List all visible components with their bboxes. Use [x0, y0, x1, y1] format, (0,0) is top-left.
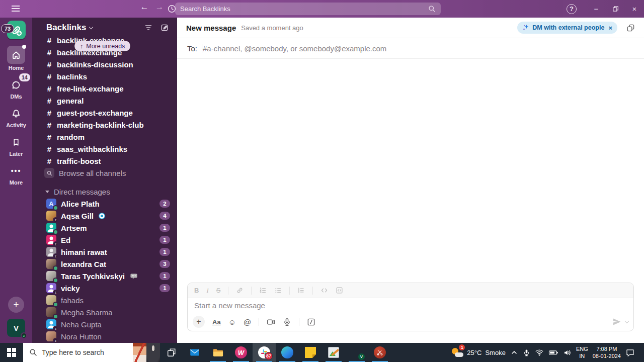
tray-expand-icon[interactable] [510, 348, 518, 356]
search-input[interactable]: Search Backlinks [175, 3, 441, 15]
channel-item[interactable]: #baclinks [32, 70, 177, 82]
send-button[interactable] [612, 317, 621, 326]
pill-close-icon[interactable]: × [608, 24, 612, 32]
video-clip-button[interactable] [267, 318, 275, 326]
blockquote-icon[interactable] [297, 287, 305, 294]
history-forward-button[interactable]: → [153, 2, 166, 12]
bullet-list-icon[interactable] [274, 287, 282, 294]
dm-item[interactable]: zNora Hutton [32, 330, 177, 342]
italic-icon[interactable]: I [206, 287, 208, 295]
send-options-button[interactable] [625, 319, 629, 323]
message-composer[interactable]: B I S [187, 283, 634, 331]
channel-item[interactable]: #traffic-boost [32, 155, 177, 167]
sticky-notes-button[interactable] [299, 343, 322, 362]
channel-item[interactable]: #backlinks-discussion [32, 58, 177, 70]
dm-name: Artsem [61, 224, 87, 232]
close-button[interactable]: × [625, 0, 644, 18]
snipping-tool-button[interactable] [368, 343, 391, 362]
wifi-icon[interactable] [535, 348, 544, 357]
mail-icon [189, 347, 200, 358]
hamburger-menu-icon[interactable] [12, 8, 20, 9]
photo-editor-button[interactable] [322, 343, 345, 362]
dm-item[interactable]: zNeha Gupta [32, 318, 177, 330]
attach-plus-button[interactable]: + [193, 316, 205, 328]
audio-clip-button[interactable] [283, 318, 291, 326]
dm-item[interactable]: fahads [32, 294, 177, 306]
dm-item[interactable]: zEd1 [32, 234, 177, 246]
dm-item[interactable]: zhimani rawat1 [32, 246, 177, 258]
help-icon[interactable]: ? [567, 4, 577, 14]
dm-item[interactable]: zvicky1 [32, 282, 177, 294]
search-highlight-images[interactable] [133, 343, 160, 362]
rail-item-dms[interactable]: 14 DMs [7, 77, 25, 100]
ordered-list-icon[interactable] [259, 287, 267, 294]
channel-item[interactable]: #guest-post-exchange [32, 107, 177, 119]
battery-icon[interactable] [548, 348, 558, 356]
code-block-icon[interactable] [336, 287, 343, 294]
slack-unread-badge: 87 [265, 352, 273, 360]
file-explorer-button[interactable] [206, 343, 229, 362]
dm-section-header[interactable]: Direct messages [32, 186, 177, 198]
open-in-window-icon[interactable] [626, 24, 635, 32]
code-icon[interactable] [320, 287, 328, 294]
rail-item-more[interactable]: ••• More [7, 163, 25, 186]
speaker-icon[interactable] [563, 348, 572, 357]
start-button[interactable] [0, 343, 23, 362]
channel-item[interactable]: #general [32, 95, 177, 107]
browse-all-channels[interactable]: Browse all channels [32, 167, 177, 179]
taskbar-search-input[interactable]: Type here to search [23, 343, 160, 362]
minimize-button[interactable]: − [587, 0, 606, 18]
clock-date[interactable]: 7:08 PM 08-01-2024 [593, 345, 621, 360]
language-indicator[interactable]: ENG IN [576, 345, 588, 360]
rail-item-later[interactable]: Later [7, 135, 25, 157]
channel-item[interactable]: #saas_withbacklinks [32, 143, 177, 155]
channel-item[interactable]: #random [32, 131, 177, 143]
wps-office-button[interactable]: W [229, 343, 253, 362]
mention-button[interactable]: @ [244, 318, 251, 326]
microphone-tray-icon[interactable] [523, 349, 530, 356]
up-arrow-icon: ↑ [80, 43, 83, 50]
rail-item-activity[interactable]: Activity [6, 106, 26, 128]
workspace-name[interactable]: Backlinks [46, 23, 86, 33]
more-unreads-pill[interactable]: ↑ More unreads [74, 41, 130, 51]
channel-item[interactable]: #marketing-backlink-club [32, 119, 177, 131]
filter-icon[interactable] [142, 21, 155, 34]
slash-shortcuts-button[interactable] [307, 318, 315, 326]
edge-browser-button[interactable] [276, 343, 299, 362]
weather-widget[interactable]: 1 25°C Smoke [451, 346, 506, 358]
external-dm-pill[interactable]: DM with external people × [517, 22, 617, 34]
restore-button[interactable] [606, 0, 625, 18]
slack-topbar: ← → Search Backlinks ? − × [0, 0, 644, 18]
channel-item[interactable]: #free-link-exchange [32, 82, 177, 95]
mail-app-button[interactable] [183, 343, 206, 362]
dm-item[interactable]: Taras Tychkivskyi1 [32, 270, 177, 282]
rail-item-home[interactable]: Home [7, 46, 25, 71]
dm-name: himani rawat [61, 248, 107, 256]
chrome-profile-badge: V [358, 353, 365, 360]
message-input[interactable]: Start a new message [188, 298, 633, 313]
screen: ← → Search Backlinks ? − × [0, 0, 644, 362]
recipient-field[interactable]: To: #a-channel, @somebody, or somebody@e… [177, 38, 644, 59]
create-new-button[interactable]: + [8, 297, 24, 313]
channel-name: saas_withbacklinks [57, 145, 127, 153]
strikethrough-icon[interactable]: S [216, 287, 221, 294]
task-view-button[interactable] [160, 343, 183, 362]
dm-item[interactable]: lexandra Cat3 [32, 258, 177, 270]
user-avatar[interactable]: V z [7, 319, 25, 337]
dm-item[interactable]: Artsem1 [32, 222, 177, 234]
search-placeholder: Search Backlinks [180, 5, 230, 13]
more-dots-icon: ••• [7, 163, 25, 178]
action-center-icon[interactable] [625, 348, 635, 357]
history-back-button[interactable]: ← [138, 2, 151, 12]
dm-avatar [46, 295, 56, 305]
dm-item[interactable]: Megha Sharma [32, 306, 177, 318]
bold-icon[interactable]: B [194, 287, 199, 294]
format-toggle-button[interactable]: Aa [212, 318, 221, 326]
slack-taskbar-button[interactable]: 87 [253, 343, 276, 362]
dm-item[interactable]: AAlice Plath2 [32, 198, 177, 210]
link-icon[interactable] [236, 287, 244, 294]
compose-icon[interactable] [158, 21, 171, 34]
emoji-button[interactable]: ☺ [228, 318, 236, 326]
chrome-browser-button[interactable]: V [345, 343, 368, 362]
dm-item[interactable]: zAqsa Gill4 [32, 210, 177, 222]
